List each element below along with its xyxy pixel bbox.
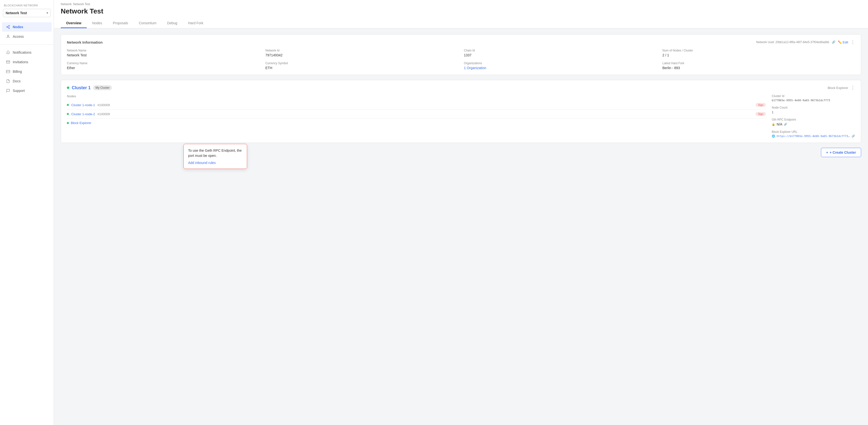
copy-be-icon[interactable]: 🔗 [851,135,855,138]
nodes-section-label: Nodes [67,94,766,98]
edit-button[interactable]: ✏️ Edit [838,40,848,44]
network-id-field: Network Id 797149342 [266,49,458,57]
currency-symbol-field: Currency Symbol ETH [266,61,458,70]
table-row: Cluster 1-node-1 #100009 Sign [67,101,766,110]
block-explorer-url-field: Block Explorer URL 🌐 https://b177865e-99… [772,130,855,138]
rpc-value-row: 🔒 N/A 🔗 [772,122,855,126]
sidebar-item-billing[interactable]: Billing [2,67,52,76]
block-explorer-link[interactable]: Block Explorer [71,121,91,125]
card-icon [6,69,10,74]
secondary-nav: Notifications Invitations Billing Docs S… [0,48,54,95]
create-cluster-button[interactable]: + + Create Cluster [821,148,861,157]
bell-icon [6,50,10,55]
node-id: #100009 [97,112,110,116]
primary-nav: Nodes Access [0,22,54,41]
tab-nodes[interactable]: Nodes [87,19,107,28]
block-explorer-button[interactable]: Block Explorer [828,86,848,90]
node-link[interactable]: Cluster 1-node-1 [71,103,95,107]
sidebar-item-nodes[interactable]: Nodes [2,22,52,32]
add-inbound-rules-link[interactable]: Add inbound rules [188,161,216,165]
svg-point-5 [7,35,8,36]
doc-icon [6,79,10,83]
block-explorer-url-value[interactable]: https://b177865e-9955-4e60-9a65-9673b1dc… [777,135,850,138]
create-cluster-row: + + Create Cluster [61,148,861,160]
cluster-header: Cluster 1 My Cluster Block Explorer ⋮ [67,85,855,90]
cluster-card: Cluster 1 My Cluster Block Explorer ⋮ No… [61,80,861,143]
tooltip-message: To use the Geth RPC Endpoint, the port m… [188,148,243,158]
network-selector[interactable]: Network Test ▾ [3,9,51,17]
svg-line-4 [8,26,9,27]
be-url-row: 🌐 https://b177865e-9955-4e60-9a65-9673b1… [772,135,855,138]
cluster-title-row: Cluster 1 My Cluster [67,85,112,90]
sidebar-item-label: Invitations [13,60,28,64]
cluster-name: Cluster 1 [72,85,91,90]
node-id: #100009 [97,103,110,107]
tab-consortium[interactable]: Consortium [133,19,162,28]
my-cluster-badge: My Cluster [93,85,112,90]
pencil-icon: ✏️ [838,40,842,44]
currency-name-field: Currency Name Ether [67,61,259,70]
block-explorer-row: Block Explorer [67,119,766,127]
sidebar-item-label: Access [13,34,24,38]
cluster-id-field: Cluster Id b177865e-9955-4e60-9a65-9673b… [772,94,855,102]
cluster-header-right: Block Explorer ⋮ [828,85,855,90]
breadcrumb: Network: Network Test [61,2,861,6]
sidebar-item-invitations[interactable]: Invitations [2,57,52,67]
node-status-dot [67,104,69,106]
currency-name-value: Ether [67,66,259,70]
network-info-card: Network Information Network Uuid: 20bb1a… [61,34,861,75]
sidebar-item-label: Billing [13,69,22,74]
lock-icon: 🔒 [772,123,775,126]
rpc-tooltip-popup: To use the Geth RPC Endpoint, the port m… [183,144,247,169]
sidebar-item-label: Notifications [13,51,31,54]
chevron-down-icon: ▾ [46,11,48,15]
sidebar-item-label: Nodes [13,25,23,29]
sidebar-item-notifications[interactable]: Notifications [2,48,52,57]
page-title: Network Test [61,7,861,15]
svg-rect-6 [6,70,10,73]
more-options-button[interactable]: ⋮ [850,39,855,45]
nodes-section: Nodes Cluster 1-node-1 #100009 Sign Clus… [67,94,766,138]
chat-icon [6,88,10,93]
svg-line-3 [8,27,9,28]
sidebar-item-label: Support [13,89,25,93]
tab-overview[interactable]: Overview [61,19,87,28]
cluster-status-dot [67,87,69,89]
tab-debug[interactable]: Debug [162,19,183,28]
sidebar-item-access[interactable]: Access [2,32,52,41]
network-name-value: Network Test [67,53,259,57]
svg-point-0 [8,25,9,26]
svg-point-1 [7,26,8,27]
node-count-value: 1 [772,110,855,114]
uuid-value: 20bb1a12-8f6e-46f7-84e5-37f04ed6adbb [775,40,829,44]
copy-rpc-icon[interactable]: 🔗 [784,123,787,126]
share-icon [6,25,10,29]
tab-hardfork[interactable]: Hard Fork [183,19,209,28]
node-cluster-count-field: Num of Nodes / Cluster 2 / 1 [662,49,855,57]
globe-icon: 🌐 [772,135,775,138]
organizations-value[interactable]: 1 Organization [464,66,657,70]
cluster-id-value: b177865e-9955-4e60-9a65-9673b1dcff73 [772,99,855,102]
main-content: Network: Network Test Network Test Overv… [54,0,868,425]
sidebar-item-support[interactable]: Support [2,86,52,95]
table-row: Cluster 1-node-2 #100009 Sign [67,110,766,119]
chain-id-field: Chain Id 1337 [464,49,657,57]
rpc-endpoint-field: Gth RPC Endpoint 🔒 N/A 🔗 [772,118,855,126]
tab-bar: Overview Nodes Proposals Consortium Debu… [61,19,861,28]
network-info-title: Network Information [67,40,103,45]
hard-fork-value: Berlin - 893 [662,66,855,70]
main-header: Network: Network Test Network Test Overv… [54,0,868,28]
sign-badge: Sign [755,103,766,107]
network-id-value: 797149342 [266,53,458,57]
node-cluster-value: 2 / 1 [662,53,855,57]
organizations-field: Organizations 1 Organization [464,61,657,70]
copy-uuid-icon[interactable]: 🔗 [832,40,835,44]
sign-badge: Sign [755,112,766,116]
node-link[interactable]: Cluster 1-node-2 [71,112,95,116]
tab-proposals[interactable]: Proposals [107,19,133,28]
sidebar-item-docs[interactable]: Docs [2,77,52,86]
rpc-value: N/A [777,122,782,126]
cluster-more-button[interactable]: ⋮ [850,85,855,90]
node-status-dot [67,113,69,115]
cluster-info-section: Cluster Id b177865e-9955-4e60-9a65-9673b… [772,94,855,138]
